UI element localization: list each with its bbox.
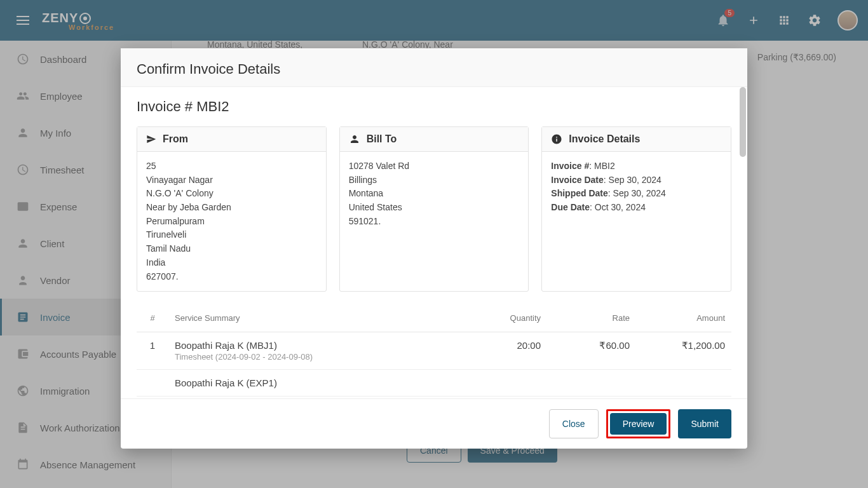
close-button[interactable]: Close: [549, 409, 599, 438]
table-row: 1Boopathi Raja K (MBJ1)Timesheet (2024-0…: [137, 332, 731, 370]
service-table: # Service Summary Quantity Rate Amount 1…: [137, 304, 731, 396]
submit-button[interactable]: Submit: [678, 409, 731, 438]
scrollbar-thumb[interactable]: [740, 87, 746, 157]
table-row: Boopathi Raja K (EXP1): [137, 370, 731, 396]
person-icon: [349, 133, 360, 145]
confirm-invoice-modal: Confirm Invoice Details Invoice # MBI2 F…: [121, 48, 747, 449]
invoice-number-heading: Invoice # MBI2: [137, 98, 731, 115]
invoice-details-card: Invoice Details Invoice #: MBI2Invoice D…: [541, 126, 731, 292]
modal-header: Confirm Invoice Details: [121, 48, 747, 87]
from-card: From 25Vinayagar NagarN.G.O 'A' ColonyNe…: [137, 126, 327, 292]
preview-button[interactable]: Preview: [610, 413, 667, 435]
send-icon: [146, 134, 156, 144]
preview-highlight: Preview: [606, 409, 671, 438]
modal-title: Confirm Invoice Details: [137, 61, 731, 78]
info-icon: [551, 133, 562, 145]
billto-card: Bill To 10278 Valet RdBillingsMontanaUni…: [339, 126, 529, 292]
modal-overlay: Confirm Invoice Details Invoice # MBI2 F…: [0, 0, 868, 488]
